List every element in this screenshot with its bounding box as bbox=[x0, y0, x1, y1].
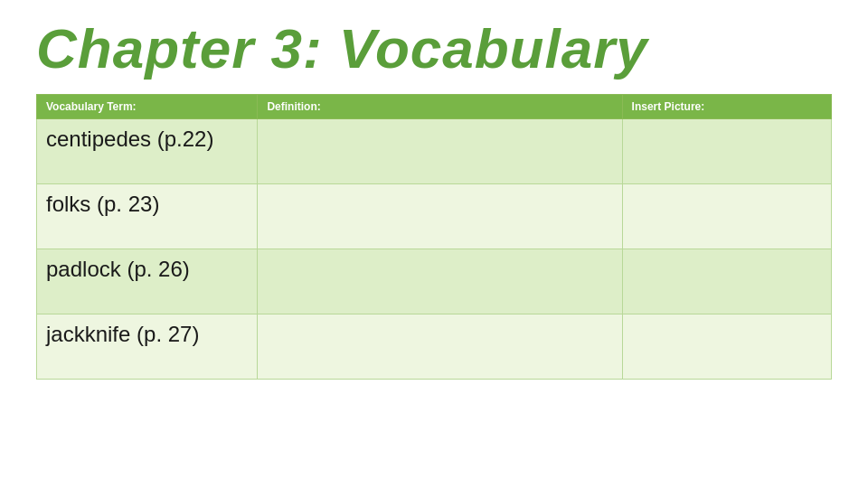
table-row: jackknife (p. 27) bbox=[37, 314, 832, 380]
header-definition: Definition: bbox=[258, 95, 622, 119]
page-container: Chapter 3: Vocabulary Vocabulary Term: D… bbox=[0, 0, 868, 488]
table-row: folks (p. 23) bbox=[37, 184, 832, 249]
picture-cell[interactable] bbox=[622, 249, 831, 314]
term-cell: centipedes (p.22) bbox=[37, 119, 258, 184]
picture-cell[interactable] bbox=[622, 119, 831, 184]
term-cell: padlock (p. 26) bbox=[37, 249, 258, 314]
definition-cell[interactable] bbox=[258, 184, 622, 249]
picture-cell[interactable] bbox=[622, 314, 831, 380]
header-picture: Insert Picture: bbox=[622, 95, 831, 119]
page-title: Chapter 3: Vocabulary bbox=[36, 18, 832, 80]
definition-cell[interactable] bbox=[258, 249, 622, 314]
vocab-table: Vocabulary Term: Definition: Insert Pict… bbox=[36, 94, 832, 380]
term-cell: jackknife (p. 27) bbox=[37, 314, 258, 380]
picture-cell[interactable] bbox=[622, 184, 831, 249]
definition-cell[interactable] bbox=[258, 314, 622, 380]
table-row: centipedes (p.22) bbox=[37, 119, 832, 184]
term-cell: folks (p. 23) bbox=[37, 184, 258, 249]
table-row: padlock (p. 26) bbox=[37, 249, 832, 314]
definition-cell[interactable] bbox=[258, 119, 622, 184]
header-term: Vocabulary Term: bbox=[37, 95, 258, 119]
table-header-row: Vocabulary Term: Definition: Insert Pict… bbox=[37, 95, 832, 119]
